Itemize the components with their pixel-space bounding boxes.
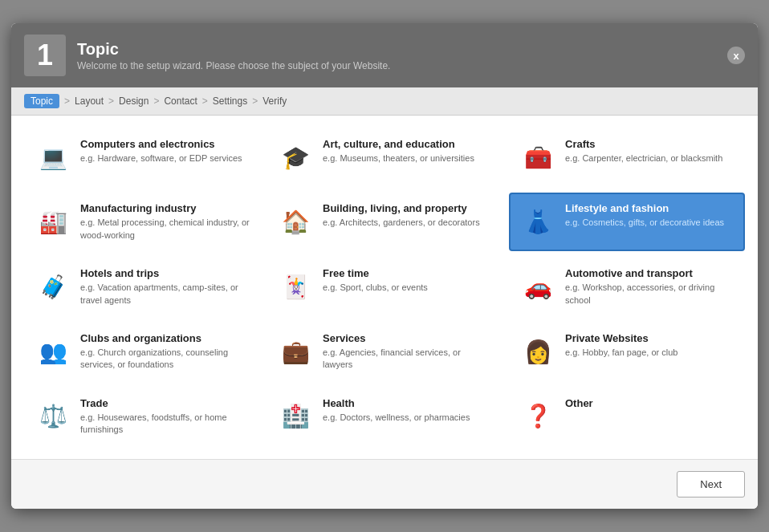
topic-desc-health: e.g. Doctors, wellness, or pharmacies <box>323 412 470 424</box>
hotels-icon: 🧳 <box>34 267 72 306</box>
trade-icon: ⚖️ <box>34 397 72 436</box>
topic-item-freetime[interactable]: 🃏Free timee.g. Sport, clubs, or events <box>267 258 502 316</box>
topic-item-services[interactable]: 💼Servicese.g. Agencies, financial servic… <box>267 323 502 381</box>
topic-desc-automotive: e.g. Workshop, accessories, or driving s… <box>565 282 735 307</box>
dialog: 1 Topic Welcome to the setup wizard. Ple… <box>11 23 758 508</box>
content: 💻Computers and electronicse.g. Hardware,… <box>11 116 758 458</box>
topic-title-lifestyle: Lifestyle and fashion <box>565 202 724 214</box>
topic-desc-clubs: e.g. Church organizations, counseling se… <box>80 347 250 372</box>
topic-title-crafts: Crafts <box>565 138 722 150</box>
topic-item-hotels[interactable]: 🧳Hotels and tripse.g. Vacation apartment… <box>24 258 260 316</box>
topic-desc-computers: e.g. Hardware, software, or EDP services <box>80 152 242 164</box>
dialog-title: Topic <box>77 40 390 59</box>
private-icon: 👩 <box>519 332 557 371</box>
topic-item-lifestyle[interactable]: 👗Lifestyle and fashione.g. Cosmetics, gi… <box>509 193 745 251</box>
next-button[interactable]: Next <box>677 471 745 497</box>
lifestyle-icon: 👗 <box>519 202 557 241</box>
topic-desc-lifestyle: e.g. Cosmetics, gifts, or decorative ide… <box>565 217 724 229</box>
footer: Next <box>11 459 758 509</box>
topic-desc-services: e.g. Agencies, financial services, or la… <box>323 347 493 372</box>
topic-item-health[interactable]: 🏥Healthe.g. Doctors, wellness, or pharma… <box>267 388 502 446</box>
breadcrumb-contact[interactable]: Contact <box>164 95 197 107</box>
breadcrumb-verify[interactable]: Verify <box>262 95 287 107</box>
sep-2: > <box>108 95 114 107</box>
topic-desc-building: e.g. Architects, gardeners, or decorator… <box>323 217 480 229</box>
sep-3: > <box>153 95 159 107</box>
topic-title-freetime: Free time <box>323 267 428 279</box>
topic-title-building: Building, living, and property <box>323 202 480 214</box>
topic-desc-hotels: e.g. Vacation apartments, camp-sites, or… <box>80 282 250 307</box>
dialog-subtitle: Welcome to the setup wizard. Please choo… <box>77 60 390 71</box>
topic-title-art: Art, culture, and education <box>323 138 474 150</box>
topic-item-other[interactable]: ❓Other <box>509 388 745 446</box>
breadcrumb: Topic > Layout > Design > Contact > Sett… <box>11 87 758 116</box>
breadcrumb-topic[interactable]: Topic <box>24 94 59 108</box>
computers-icon: 💻 <box>34 138 72 177</box>
topic-item-crafts[interactable]: 🧰Craftse.g. Carpenter, electrician, or b… <box>509 128 745 186</box>
topic-title-health: Health <box>323 397 470 409</box>
breadcrumb-settings[interactable]: Settings <box>213 95 247 107</box>
manufacturing-icon: 🏭 <box>34 202 72 241</box>
sep-1: > <box>64 95 70 107</box>
topic-item-computers[interactable]: 💻Computers and electronicse.g. Hardware,… <box>24 128 260 186</box>
topic-item-automotive[interactable]: 🚗Automotive and transporte.g. Workshop, … <box>509 258 745 316</box>
dialog-header: 1 Topic Welcome to the setup wizard. Ple… <box>11 23 758 87</box>
topic-title-automotive: Automotive and transport <box>565 267 735 279</box>
other-icon: ❓ <box>519 397 557 436</box>
breadcrumb-design[interactable]: Design <box>119 95 149 107</box>
clubs-icon: 👥 <box>34 332 72 371</box>
header-text: Topic Welcome to the setup wizard. Pleas… <box>77 40 390 71</box>
topic-item-art[interactable]: 🎓Art, culture, and educatione.g. Museums… <box>267 128 502 186</box>
topic-item-trade[interactable]: ⚖️Tradee.g. Housewares, foodstuffs, or h… <box>24 388 260 446</box>
topic-item-building[interactable]: 🏠Building, living, and propertye.g. Arch… <box>267 193 502 251</box>
breadcrumb-layout[interactable]: Layout <box>75 95 104 107</box>
topic-title-other: Other <box>565 397 593 409</box>
building-icon: 🏠 <box>276 202 315 241</box>
services-icon: 💼 <box>276 332 315 371</box>
crafts-icon: 🧰 <box>519 138 557 177</box>
topic-title-services: Services <box>323 332 493 344</box>
topic-desc-freetime: e.g. Sport, clubs, or events <box>323 282 428 294</box>
topic-item-private[interactable]: 👩Private Websitese.g. Hobby, fan page, o… <box>509 323 745 381</box>
topic-desc-art: e.g. Museums, theaters, or universities <box>323 152 474 164</box>
health-icon: 🏥 <box>276 397 315 436</box>
sep-5: > <box>252 95 258 107</box>
topic-title-manufacturing: Manufacturing industry <box>80 202 250 214</box>
topic-desc-manufacturing: e.g. Metal processing, chemical industry… <box>80 217 250 242</box>
step-number: 1 <box>24 35 66 76</box>
close-button[interactable]: x <box>727 47 745 64</box>
topic-item-manufacturing[interactable]: 🏭Manufacturing industrye.g. Metal proces… <box>24 193 260 251</box>
sep-4: > <box>202 95 208 107</box>
topic-grid: 💻Computers and electronicse.g. Hardware,… <box>24 128 745 445</box>
automotive-icon: 🚗 <box>519 267 557 306</box>
freetime-icon: 🃏 <box>276 267 315 306</box>
topic-title-computers: Computers and electronics <box>80 138 242 150</box>
topic-desc-private: e.g. Hobby, fan page, or club <box>565 347 677 359</box>
header-left: 1 Topic Welcome to the setup wizard. Ple… <box>24 35 390 76</box>
topic-desc-trade: e.g. Housewares, foodstuffs, or home fur… <box>80 412 250 437</box>
topic-desc-crafts: e.g. Carpenter, electrician, or blacksmi… <box>565 152 722 164</box>
topic-title-hotels: Hotels and trips <box>80 267 250 279</box>
art-icon: 🎓 <box>276 138 315 177</box>
topic-title-trade: Trade <box>80 397 250 409</box>
topic-title-clubs: Clubs and organizations <box>80 332 250 344</box>
topic-item-clubs[interactable]: 👥Clubs and organizationse.g. Church orga… <box>24 323 260 381</box>
topic-title-private: Private Websites <box>565 332 677 344</box>
